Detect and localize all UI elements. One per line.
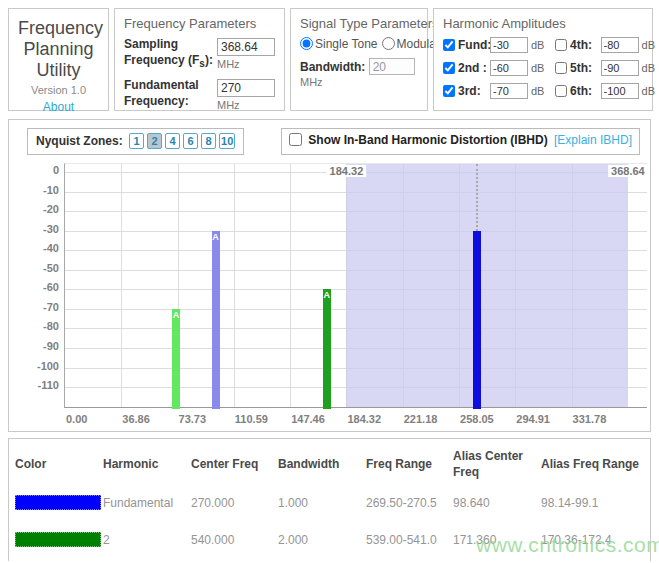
column-header-freqrange: Freq Range [366,457,453,473]
harmonic-6th-amplitude-input[interactable] [601,83,639,99]
x-axis-tick-label: 0.00 [66,413,87,425]
signal-type-panel: Signal Type Parameters Single ToneModula… [290,8,428,111]
db-unit-label: dB [531,39,544,51]
y-axis-tick-label: -40 [17,242,59,254]
column-header-aliascenterfreq: Alias Center Freq [453,449,541,480]
y-axis-tick-label: 0 [17,164,59,176]
harmonic-2nd-amplitude-input[interactable] [490,60,528,76]
harmonic-5th-row: 5th:dB [555,60,655,76]
cell-harmonic: Fundamental [103,496,191,510]
nyquist-zone-1-button[interactable]: 1 [129,133,144,149]
nyquist-zone-4-button[interactable]: 4 [165,133,180,149]
harmonic-6th-row: 6th:dB [555,83,655,99]
y-axis-tick-label: -100 [17,360,59,372]
fundamental-frequency-label: Fundamental Frequency: [124,78,217,111]
db-unit-label: dB [642,39,655,51]
app-title: Frequency Planning Utility [18,18,99,81]
explain-ibhd-link[interactable]: [Explain IBHD] [554,133,632,147]
fundamental-frequency-input[interactable] [217,79,275,97]
harmonic-fund-label: Fund: [458,38,490,52]
signal-type-option-label: Single Tone [315,37,378,51]
nyquist-zone-2-button[interactable]: 2 [147,133,162,149]
y-axis-tick-label: -90 [17,340,59,352]
x-axis-tick-label: 258.05 [460,413,494,425]
signal-type-modulated-radio[interactable] [382,37,395,50]
harmonic-fund-amplitude-input[interactable] [490,37,528,53]
color-swatch [15,495,101,510]
sampling-frequency-unit: MHz [217,58,275,70]
column-header-harmonic: Harmonic [103,457,191,473]
table-row: 2540.0002.000539.00-541.0171.360170.36-1… [15,521,650,558]
harmonic-5th-checkbox[interactable] [555,62,567,74]
cell-center-freq: 270.000 [191,496,278,510]
nyquist-zone-6-button[interactable]: 6 [183,133,198,149]
app-version: Version 1.0 [18,84,99,96]
cell-bandwidth: 1.000 [278,496,366,510]
gridline-x [234,164,235,407]
harmonic-2nd-label: 2nd : [458,61,490,75]
harmonic-3rd-row: 3rd:dB [443,83,555,99]
harmonic-2nd-checkbox[interactable] [443,62,455,74]
column-header-centerfreq: Center Freq [191,457,278,473]
sampling-frequency-input[interactable] [217,38,275,56]
zone-end-frequency-label: 368.64 [608,165,648,177]
y-axis-tick-label: -50 [17,262,59,274]
x-axis-tick-label: 294.91 [516,413,550,425]
ibhd-label: Show In-Band Harmonic Distortion (IBHD) [308,133,547,147]
column-header-bandwidth: Bandwidth [278,457,366,473]
ibhd-box: Show In-Band Harmonic Distortion (IBHD) … [281,128,640,155]
x-axis-tick-label: 331.78 [573,413,607,425]
harmonic-4th-amplitude-input[interactable] [601,37,639,53]
nyquist-zone-10-button[interactable]: 10 [219,133,235,149]
db-unit-label: dB [642,62,655,74]
frequency-parameters-heading: Frequency Parameters [124,16,275,31]
y-axis-tick-label: -10 [17,184,59,196]
zone-start-frequency-label: 184.32 [327,165,367,177]
harmonic-5th-label: 5th: [570,61,601,75]
y-axis-tick-label: -70 [17,301,59,313]
harmonic-amplitudes-heading: Harmonic Amplitudes [443,16,643,31]
about-link[interactable]: About [43,100,74,114]
color-swatch-cell [15,532,103,547]
signal-type-radios: Single ToneModulated [300,37,418,51]
table-header: ColorHarmonicCenter FreqBandwidthFreq Ra… [15,449,650,480]
harmonic-3rd-amplitude-input[interactable] [490,83,528,99]
sampling-frequency-label: Sampling Frequency (Fs): [124,37,217,70]
color-swatch-cell [15,495,103,510]
cell-harmonic: 2 [103,533,191,547]
bandwidth-input[interactable] [369,58,415,75]
y-axis-tick-label: -20 [17,203,59,215]
harmonic-3rd-label: 3rd: [458,84,490,98]
harmonic-4th-checkbox[interactable] [555,39,567,51]
signal-type-heading: Signal Type Parameters [300,16,418,31]
alias-marker-label: A [172,310,180,320]
alias-marker-label: A [212,232,220,242]
cell-bandwidth: 2.000 [278,533,366,547]
harmonic-3rd-checkbox[interactable] [443,85,455,97]
cell-alias-freq-range: 170.36-172.4 [541,533,650,547]
gridline-x [121,164,122,407]
harmonic-fund-checkbox[interactable] [443,39,455,51]
harmonic-4th-row: 4th:dB [555,37,655,53]
cell-alias-center-freq: 98.640 [453,496,541,510]
cell-freq-range: 269.50-270.5 [366,496,453,510]
cell-freq-range: 539.00-541.0 [366,533,453,547]
harmonic-6th-checkbox[interactable] [555,85,567,97]
second-harmonic-alias-bar: A [323,289,331,409]
cell-center-freq: 540.000 [191,533,278,547]
alias-marker-label: A [323,290,331,300]
parameter-panels: Frequency Planning Utility Version 1.0 A… [8,8,651,111]
ibhd-checkbox[interactable] [289,133,302,146]
nyquist-zone2-band [346,164,627,407]
nyquist-zone-8-button[interactable]: 8 [201,133,216,149]
table-row: Fundamental270.0001.000269.50-270.598.64… [15,484,650,521]
harmonic-4th-label: 4th: [570,38,601,52]
harmonic-5th-amplitude-input[interactable] [601,60,639,76]
signal-type-singletone-radio[interactable] [300,37,313,50]
db-unit-label: dB [642,85,655,97]
column-header-color: Color [15,457,103,473]
bandwidth-unit: MHz [300,76,323,88]
x-axis-tick-label: 147.46 [291,413,325,425]
y-axis-tick-label: -80 [17,320,59,332]
x-axis-tick-label: 73.73 [179,413,207,425]
